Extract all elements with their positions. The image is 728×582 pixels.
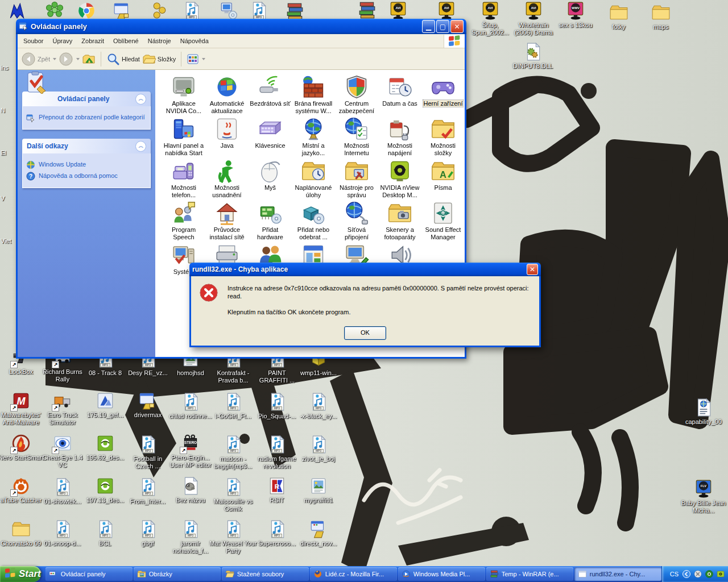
- menu-zobrazit[interactable]: Zobrazit: [77, 36, 109, 46]
- collapse-chevron-icon[interactable]: ︿: [135, 141, 146, 152]
- desktop-icon-rsit[interactable]: RRSIT: [253, 476, 301, 504]
- applet-centrum-zabezpe-en[interactable]: Centrum zabezpečení: [335, 73, 378, 115]
- applet-napl-novan-lohy[interactable]: Naplánované úlohy: [292, 157, 335, 199]
- applet-m-stn-a-jazyko[interactable]: Místní a jazyko...: [292, 115, 335, 157]
- desktop-icon-mygraffiti1[interactable]: mygraffiti1: [295, 476, 342, 504]
- desktop-icon-wholetrain-2006-drama[interactable]: AVIWholetrain (2006) Drama: [510, 1, 557, 36]
- applet-mo-nosti-internetu[interactable]: Možnosti Internetu: [335, 115, 378, 157]
- desktop-icon-fotky[interactable]: fotky: [595, 3, 643, 31]
- applet-pr-vodce-instalac-s-t[interactable]: Průvodce instalací sítě: [205, 199, 249, 242]
- applet-datum-a-as[interactable]: Datum a čas: [378, 73, 421, 115]
- applet-skenery-a-fotoapar-ty[interactable]: Skenery a fotoaparáty: [378, 199, 421, 242]
- desktop-icon-bcl[interactable]: MP3BCL: [81, 519, 129, 547]
- desktop-icon-radium-fgame-revolution[interactable]: MP3radium fgame revolution: [253, 435, 301, 470]
- menu-obl-ben[interactable]: Oblíbené: [109, 36, 143, 46]
- desktop-icon-dinput8-dll[interactable]: DINPUT8.DLL: [509, 42, 557, 70]
- desktop-icon-gbgf[interactable]: MP3gbgf: [124, 519, 172, 547]
- applet-p-sma[interactable]: APísma: [421, 157, 465, 199]
- dialog-titlebar[interactable]: rundll32.exe - Chyba aplikace ✕: [189, 263, 541, 276]
- desktop-icon-euro-truck-simulator[interactable]: ↗Euro Truck Simulator: [39, 391, 86, 426]
- applet-mo-nosti-telefon[interactable]: Možnosti telefon...: [162, 157, 205, 199]
- applet-s-ov-p-ipojen[interactable]: Síťová připojení: [335, 199, 378, 242]
- green-eye-icon[interactable]: [705, 569, 714, 579]
- desktop-icon-01-showtek[interactable]: MP301-showtek...: [39, 477, 86, 505]
- applet-my[interactable]: Myš: [249, 157, 292, 199]
- ok-button[interactable]: OK: [344, 326, 386, 340]
- dialog-close-button[interactable]: ✕: [527, 264, 538, 275]
- desktop-icon-winrar[interactable]: [271, 1, 318, 20]
- start-button[interactable]: Start: [0, 566, 41, 582]
- search-button[interactable]: Hledat: [106, 52, 140, 66]
- taskbar-button-temp-winrar-e[interactable]: Temp - WinRAR (e...: [486, 567, 573, 581]
- desktop-icon-maissouille-vs-osmik[interactable]: MP3Maissouille vs Osmik: [209, 477, 257, 513]
- desktop-icon-zivot-je-boj[interactable]: MP3zivot_je_boj: [295, 435, 342, 463]
- applet-sound-effect-manager[interactable]: SEMSound Effect Manager: [421, 199, 465, 242]
- desktop-icon-maps[interactable]: maps: [637, 3, 685, 31]
- close-button[interactable]: ✕: [450, 20, 464, 33]
- back-button[interactable]: Zpět: [21, 52, 56, 66]
- language-indicator[interactable]: CS: [670, 571, 679, 577]
- desktop-icon-mat-weasel-your-party[interactable]: MP3Mat Weasel Your Party: [209, 519, 257, 555]
- desktop-icon-supercrooo[interactable]: MP3Supercrooo...: [253, 519, 301, 547]
- desktop-icon-175-19-gef[interactable]: 175.19_gef...: [81, 391, 129, 419]
- applet-java[interactable]: Java: [205, 115, 249, 157]
- desktop-icon-i-gogirl-ft[interactable]: MP3I-GoGirl_Ft...: [209, 392, 257, 420]
- hide-chevron-icon[interactable]: [682, 569, 691, 579]
- applet-p-idat-hardware[interactable]: Přidat hardware: [249, 199, 292, 242]
- desktop-icon-madcon-beggin-mp3[interactable]: MP3madcon - beggin[mp3...: [209, 435, 257, 470]
- help-and-support-link[interactable]: ? Nápověda a odborná pomoc: [26, 172, 147, 181]
- desktop-icon-chlad-rodinne[interactable]: MP3chlad rodinne...: [167, 392, 214, 420]
- taskbar-button-lid-cz-mozilla-fir[interactable]: Lidé.cz - Mozilla Fir...: [310, 567, 397, 581]
- taskbar-button-rundll32-exe-chy[interactable]: rundll32.exe - Chy...: [574, 567, 661, 581]
- desktop-icon-cheat-eye-1-4-vc[interactable]: ↗Cheat-Eye 1.4 VC: [39, 434, 86, 469]
- desktop-icon-capability-00[interactable]: capability_00: [680, 398, 727, 426]
- desktop-icon-up-spun-2002[interactable]: AVIŠňup, Spun_2002...: [466, 1, 514, 36]
- desktop-icon-avi[interactable]: AVI: [423, 1, 470, 20]
- forward-button[interactable]: [59, 52, 80, 66]
- desktop-icon-baby-billie-jean-micha[interactable]: FLVBaby Billie Jean Micha...: [680, 479, 727, 514]
- desktop-icon-bez-n-zvu[interactable]: Bez názvu: [167, 476, 214, 504]
- menu-n-stroje[interactable]: Nástroje: [143, 36, 176, 46]
- up-button[interactable]: [82, 52, 96, 66]
- desktop-icon-197-13-des[interactable]: 197.13_des...: [81, 476, 129, 504]
- windows-update-link[interactable]: Windows Update: [26, 160, 147, 169]
- applet-aplikace-nvidia-co[interactable]: Aplikace NVIDIA Co...: [162, 73, 205, 115]
- applet-automatick-aktualizace[interactable]: Automatické aktualizace: [205, 73, 249, 115]
- menu-soubor[interactable]: Soubor: [19, 36, 48, 46]
- desktop-icon-sex-s-13kou[interactable]: WMVsex s 13kou: [552, 1, 599, 29]
- desktop-icon-avi[interactable]: AVI: [374, 1, 422, 20]
- desktop-icon-directx-nov[interactable]: directx_nov...: [295, 519, 342, 547]
- applet-program-speech[interactable]: Program Speech: [162, 199, 205, 242]
- nvidia-tray-icon[interactable]: [716, 569, 725, 579]
- taskbar-button-ovl-dac-panely[interactable]: Ovládací panely: [46, 567, 133, 581]
- close-tray-icon[interactable]: [693, 569, 702, 579]
- applet-nvidia-nview-desktop-m[interactable]: NVIDIA nView Desktop M...: [378, 157, 421, 199]
- collapse-chevron-icon[interactable]: ︿: [135, 94, 146, 105]
- taskbar-button-sta-en-soubory[interactable]: Stažené soubory: [222, 567, 309, 581]
- applet-p-idat-nebo-odebrat[interactable]: Přidat nebo odebrat ...: [292, 199, 335, 242]
- switch-to-category-view-link[interactable]: Přepnout do zobrazení podle kategorií: [26, 113, 147, 122]
- applet-n-stroje-pro-spr-vu[interactable]: Nástroje pro správu: [335, 157, 378, 199]
- maximize-button[interactable]: ▢: [436, 20, 449, 33]
- desktop-icon-ptero-engin-user-mp-editor[interactable]: STERO↗Ptero-Engin... User MP editor: [167, 434, 214, 469]
- desktop-icon-from-inter[interactable]: MP3From_Inter...: [124, 477, 172, 505]
- applet-mo-nosti-nap-jen[interactable]: Možnosti napájení: [378, 115, 421, 157]
- applet-mo-nosti-usnadn-n[interactable]: Možnosti usnadnění: [205, 157, 249, 199]
- window-titlebar[interactable]: Ovládací panely ▁ ▢ ✕: [16, 19, 466, 34]
- desktop-icon-football-in-czech[interactable]: MP3Football in Czech ...: [124, 435, 172, 470]
- desktop-icon-01-snoop-d[interactable]: MP301-snoop-d...: [39, 519, 86, 547]
- desktop-icon-drivermax[interactable]: drivermax: [124, 391, 172, 419]
- applet-kl-vesnice[interactable]: Klávesnice: [249, 115, 292, 157]
- applet-bezdr-tov-s[interactable]: Bezdrátová síť: [249, 73, 292, 115]
- taskbar-button-windows-media-pl[interactable]: Windows Media Pl...: [398, 567, 485, 581]
- applet-hern-za-zen[interactable]: Herní zařízení: [421, 73, 465, 115]
- desktop-icon-195-62-des[interactable]: 195.62_des...: [81, 434, 129, 462]
- desktop-icon-jarom-r-nohavica-f[interactable]: MP3jaromír nohavica_f...: [167, 519, 214, 555]
- menu-n-pov-da[interactable]: Nápověda: [176, 36, 213, 46]
- applet-hlavn-panel-a-nab-dka-start[interactable]: Hlavní panel a nabídka Start: [162, 115, 205, 157]
- folders-button[interactable]: Složky: [142, 52, 176, 66]
- views-button[interactable]: [187, 53, 205, 65]
- desktop-icon-x-black-ey[interactable]: MP3-x-black_ey...: [295, 392, 342, 420]
- desktop-icon-pio-squad[interactable]: MP3Pio_Squad-...: [253, 392, 301, 420]
- taskpane-header-other-links[interactable]: Další odkazy ︿: [22, 139, 151, 153]
